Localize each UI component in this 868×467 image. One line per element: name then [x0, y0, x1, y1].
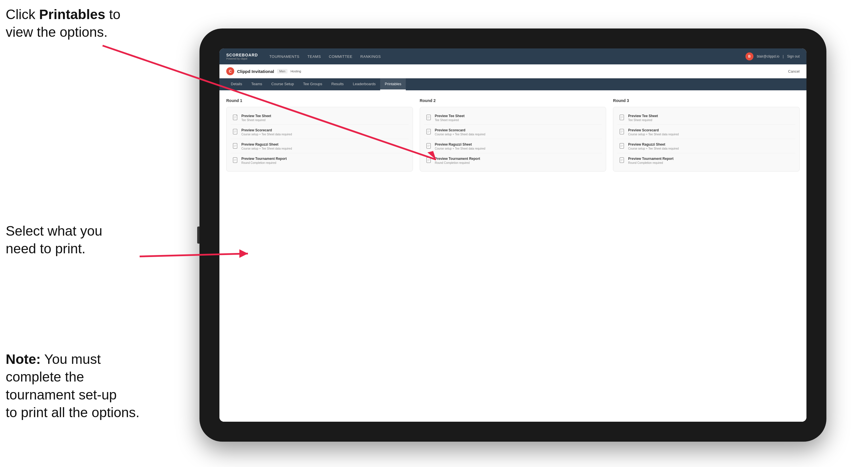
round-1-raguzzi-info: Preview Raguzzi Sheet Course setup + Tee…	[241, 143, 292, 150]
round-3-scorecard-req: Course setup + Tee Sheet data required	[628, 133, 679, 136]
doc-icon-10	[620, 129, 625, 136]
hosting-badge: Hosting	[290, 69, 301, 73]
round-3-tee-sheet-info: Preview Tee Sheet Tee Sheet required	[628, 114, 658, 122]
round-3-tee-sheet-name: Preview Tee Sheet	[628, 114, 658, 118]
round-2-scorecard-info: Preview Scorecard Course setup + Tee She…	[435, 128, 485, 136]
round-3-tee-sheet[interactable]: Preview Tee Sheet Tee Sheet required	[617, 111, 795, 125]
doc-icon-5	[426, 115, 432, 121]
doc-icon	[233, 115, 239, 121]
round-2-scorecard[interactable]: Preview Scorecard Course setup + Tee She…	[424, 125, 602, 139]
round-1-raguzzi-name: Preview Raguzzi Sheet	[241, 143, 292, 147]
round-2-tee-sheet-name: Preview Tee Sheet	[435, 114, 465, 118]
doc-icon-7	[426, 143, 432, 150]
tab-tee-groups[interactable]: Tee Groups	[299, 79, 327, 90]
tab-details[interactable]: Details	[226, 79, 247, 90]
round-1-scorecard-info: Preview Scorecard Course setup + Tee She…	[241, 128, 292, 136]
tab-printables[interactable]: Printables	[380, 79, 406, 90]
round-3-card: Preview Tee Sheet Tee Sheet required Pre…	[613, 107, 800, 172]
doc-icon-11	[620, 143, 625, 150]
round-3-tournament-report[interactable]: Preview Tournament Report Round Completi…	[617, 154, 795, 167]
nav-user: B blair@clippd.io | Sign out	[745, 53, 800, 60]
annotation-middle: Select what youneed to print.	[6, 222, 102, 258]
tournament-header: C Clippd Invitational Men Hosting Cancel	[219, 64, 806, 79]
round-2-tournament-report[interactable]: Preview Tournament Report Round Completi…	[424, 154, 602, 167]
round-2-title: Round 2	[420, 98, 607, 103]
tab-leaderboards[interactable]: Leaderboards	[348, 79, 380, 90]
rounds-grid: Round 1 Preview Tee Sheet Tee Sheet requ…	[226, 98, 800, 172]
brand-title: SCOREBOARD	[226, 53, 258, 57]
nav-committee[interactable]: COMMITTEE	[329, 53, 352, 60]
doc-icon-8	[426, 157, 432, 164]
top-nav: SCOREBOARD Powered by clippd TOURNAMENTS…	[219, 49, 806, 64]
brand: SCOREBOARD Powered by clippd	[226, 53, 258, 60]
tournament-badge: Men	[277, 69, 287, 73]
tablet-device: SCOREBOARD Powered by clippd TOURNAMENTS…	[199, 29, 827, 442]
cancel-button[interactable]: Cancel	[788, 69, 800, 73]
round-2-scorecard-name: Preview Scorecard	[435, 128, 485, 132]
round-1-tee-sheet-req: Tee Sheet required	[241, 119, 271, 122]
user-avatar: B	[745, 53, 753, 60]
round-1-report-req: Round Completion required	[241, 161, 287, 164]
round-1-tournament-report[interactable]: Preview Tournament Report Round Completi…	[230, 154, 409, 167]
round-1-report-name: Preview Tournament Report	[241, 157, 287, 161]
round-2-tee-sheet[interactable]: Preview Tee Sheet Tee Sheet required	[424, 111, 602, 125]
round-1-title: Round 1	[226, 98, 413, 103]
nav-rankings[interactable]: RANKINGS	[361, 53, 381, 60]
round-2-report-req: Round Completion required	[435, 161, 480, 164]
tournament-name: Clippd Invitational	[237, 69, 274, 74]
round-3-scorecard[interactable]: Preview Scorecard Course setup + Tee She…	[617, 125, 795, 139]
tab-teams[interactable]: Teams	[247, 79, 267, 90]
round-2-tee-sheet-req: Tee Sheet required	[435, 119, 465, 122]
main-content: Round 1 Preview Tee Sheet Tee Sheet requ…	[219, 90, 806, 422]
round-2-report-info: Preview Tournament Report Round Completi…	[435, 157, 480, 164]
round-1-raguzzi[interactable]: Preview Raguzzi Sheet Course setup + Tee…	[230, 139, 409, 153]
round-3-column: Round 3 Preview Tee Sheet Tee Sheet requ…	[613, 98, 800, 172]
main-nav: TOURNAMENTS TEAMS COMMITTEE RANKINGS	[269, 53, 745, 60]
round-3-report-req: Round Completion required	[628, 161, 673, 164]
round-3-raguzzi[interactable]: Preview Raguzzi Sheet Course setup + Tee…	[617, 139, 795, 153]
round-1-scorecard-req: Course setup + Tee Sheet data required	[241, 133, 292, 136]
sign-out-link[interactable]: Sign out	[787, 55, 800, 58]
doc-icon-2	[233, 129, 239, 136]
doc-icon-3	[233, 143, 239, 150]
round-2-report-name: Preview Tournament Report	[435, 157, 480, 161]
round-3-scorecard-info: Preview Scorecard Course setup + Tee She…	[628, 128, 679, 136]
round-2-raguzzi-info: Preview Raguzzi Sheet Course setup + Tee…	[435, 143, 485, 150]
doc-icon-9	[620, 115, 625, 121]
sub-nav: Details Teams Course Setup Tee Groups Re…	[219, 79, 806, 90]
doc-icon-12	[620, 157, 625, 164]
round-1-scorecard-name: Preview Scorecard	[241, 128, 292, 132]
tab-results[interactable]: Results	[327, 79, 348, 90]
round-1-tee-sheet[interactable]: Preview Tee Sheet Tee Sheet required	[230, 111, 409, 125]
printables-bold: Printables	[39, 7, 105, 22]
round-3-report-info: Preview Tournament Report Round Completi…	[628, 157, 673, 164]
nav-tournaments[interactable]: TOURNAMENTS	[269, 53, 300, 60]
note-bold: Note:	[6, 352, 41, 367]
round-3-raguzzi-info: Preview Raguzzi Sheet Course setup + Tee…	[628, 143, 679, 150]
nav-teams[interactable]: TEAMS	[308, 53, 321, 60]
round-2-scorecard-req: Course setup + Tee Sheet data required	[435, 133, 485, 136]
round-2-card: Preview Tee Sheet Tee Sheet required Pre…	[420, 107, 607, 172]
round-1-column: Round 1 Preview Tee Sheet Tee Sheet requ…	[226, 98, 413, 172]
round-1-report-info: Preview Tournament Report Round Completi…	[241, 157, 287, 164]
doc-icon-6	[426, 129, 432, 136]
annotation-top: Click Printables toview the options.	[6, 6, 121, 41]
tablet-side-button	[197, 226, 199, 244]
user-email: blair@clippd.io	[757, 55, 779, 58]
round-1-tee-sheet-info: Preview Tee Sheet Tee Sheet required	[241, 114, 271, 122]
round-2-raguzzi-name: Preview Raguzzi Sheet	[435, 143, 485, 147]
tab-course-setup[interactable]: Course Setup	[267, 79, 299, 90]
round-2-raguzzi[interactable]: Preview Raguzzi Sheet Course setup + Tee…	[424, 139, 602, 153]
tournament-title: C Clippd Invitational Men Hosting	[226, 67, 301, 75]
doc-icon-4	[233, 157, 239, 164]
round-1-raguzzi-req: Course setup + Tee Sheet data required	[241, 147, 292, 150]
round-3-title: Round 3	[613, 98, 800, 103]
round-3-scorecard-name: Preview Scorecard	[628, 128, 679, 132]
brand-sub: Powered by clippd	[226, 57, 258, 60]
tournament-logo: C	[226, 67, 234, 75]
round-3-raguzzi-name: Preview Raguzzi Sheet	[628, 143, 679, 147]
round-3-raguzzi-req: Course setup + Tee Sheet data required	[628, 147, 679, 150]
round-1-card: Preview Tee Sheet Tee Sheet required Pre…	[226, 107, 413, 172]
round-2-column: Round 2 Preview Tee Sheet Tee Sheet requ…	[420, 98, 607, 172]
round-1-scorecard[interactable]: Preview Scorecard Course setup + Tee She…	[230, 125, 409, 139]
